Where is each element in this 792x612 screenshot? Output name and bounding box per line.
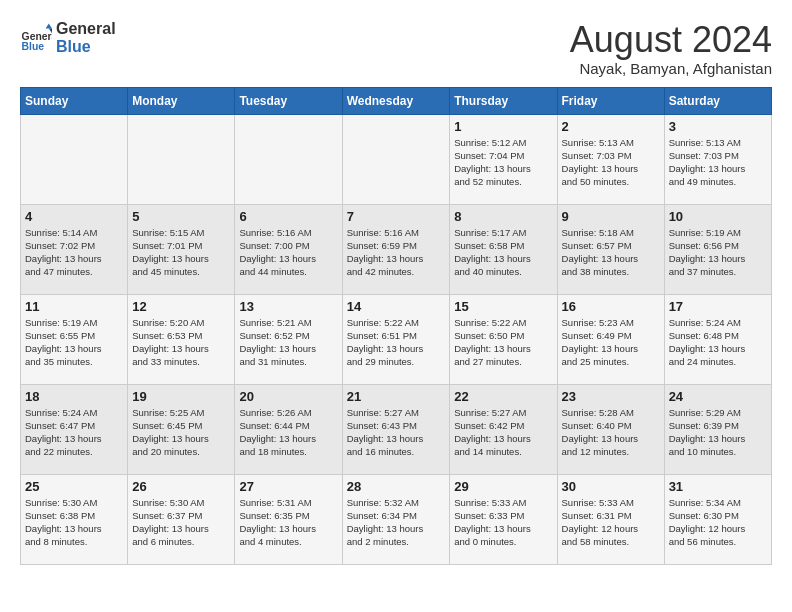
calendar-cell: 24Sunrise: 5:29 AM Sunset: 6:39 PM Dayli… — [664, 384, 771, 474]
day-number: 2 — [562, 119, 660, 134]
week-row-1: 1Sunrise: 5:12 AM Sunset: 7:04 PM Daylig… — [21, 114, 772, 204]
calendar-cell — [235, 114, 342, 204]
day-number: 13 — [239, 299, 337, 314]
day-header-monday: Monday — [128, 87, 235, 114]
calendar-cell: 16Sunrise: 5:23 AM Sunset: 6:49 PM Dayli… — [557, 294, 664, 384]
day-number: 4 — [25, 209, 123, 224]
calendar-cell: 2Sunrise: 5:13 AM Sunset: 7:03 PM Daylig… — [557, 114, 664, 204]
day-info: Sunrise: 5:22 AM Sunset: 6:50 PM Dayligh… — [454, 316, 552, 369]
day-number: 30 — [562, 479, 660, 494]
calendar-cell — [21, 114, 128, 204]
day-number: 16 — [562, 299, 660, 314]
day-info: Sunrise: 5:20 AM Sunset: 6:53 PM Dayligh… — [132, 316, 230, 369]
day-number: 1 — [454, 119, 552, 134]
day-number: 21 — [347, 389, 446, 404]
calendar-cell: 1Sunrise: 5:12 AM Sunset: 7:04 PM Daylig… — [450, 114, 557, 204]
week-row-5: 25Sunrise: 5:30 AM Sunset: 6:38 PM Dayli… — [21, 474, 772, 564]
day-info: Sunrise: 5:21 AM Sunset: 6:52 PM Dayligh… — [239, 316, 337, 369]
day-number: 9 — [562, 209, 660, 224]
day-info: Sunrise: 5:14 AM Sunset: 7:02 PM Dayligh… — [25, 226, 123, 279]
calendar-cell: 7Sunrise: 5:16 AM Sunset: 6:59 PM Daylig… — [342, 204, 450, 294]
logo-blue: Blue — [56, 38, 116, 56]
day-info: Sunrise: 5:29 AM Sunset: 6:39 PM Dayligh… — [669, 406, 767, 459]
logo-general: General — [56, 20, 116, 38]
day-header-sunday: Sunday — [21, 87, 128, 114]
day-number: 17 — [669, 299, 767, 314]
day-info: Sunrise: 5:13 AM Sunset: 7:03 PM Dayligh… — [669, 136, 767, 189]
day-number: 28 — [347, 479, 446, 494]
day-number: 29 — [454, 479, 552, 494]
calendar-cell: 8Sunrise: 5:17 AM Sunset: 6:58 PM Daylig… — [450, 204, 557, 294]
calendar-cell: 19Sunrise: 5:25 AM Sunset: 6:45 PM Dayli… — [128, 384, 235, 474]
day-info: Sunrise: 5:16 AM Sunset: 7:00 PM Dayligh… — [239, 226, 337, 279]
calendar-cell: 13Sunrise: 5:21 AM Sunset: 6:52 PM Dayli… — [235, 294, 342, 384]
day-info: Sunrise: 5:27 AM Sunset: 6:43 PM Dayligh… — [347, 406, 446, 459]
day-info: Sunrise: 5:27 AM Sunset: 6:42 PM Dayligh… — [454, 406, 552, 459]
day-info: Sunrise: 5:23 AM Sunset: 6:49 PM Dayligh… — [562, 316, 660, 369]
calendar-cell: 20Sunrise: 5:26 AM Sunset: 6:44 PM Dayli… — [235, 384, 342, 474]
day-info: Sunrise: 5:33 AM Sunset: 6:31 PM Dayligh… — [562, 496, 660, 549]
calendar-cell: 6Sunrise: 5:16 AM Sunset: 7:00 PM Daylig… — [235, 204, 342, 294]
calendar-cell: 31Sunrise: 5:34 AM Sunset: 6:30 PM Dayli… — [664, 474, 771, 564]
calendar-cell: 23Sunrise: 5:28 AM Sunset: 6:40 PM Dayli… — [557, 384, 664, 474]
calendar-cell: 11Sunrise: 5:19 AM Sunset: 6:55 PM Dayli… — [21, 294, 128, 384]
calendar-cell: 4Sunrise: 5:14 AM Sunset: 7:02 PM Daylig… — [21, 204, 128, 294]
day-number: 6 — [239, 209, 337, 224]
day-number: 18 — [25, 389, 123, 404]
calendar-cell: 10Sunrise: 5:19 AM Sunset: 6:56 PM Dayli… — [664, 204, 771, 294]
day-info: Sunrise: 5:26 AM Sunset: 6:44 PM Dayligh… — [239, 406, 337, 459]
day-number: 20 — [239, 389, 337, 404]
day-number: 31 — [669, 479, 767, 494]
day-info: Sunrise: 5:24 AM Sunset: 6:48 PM Dayligh… — [669, 316, 767, 369]
title-block: August 2024 Nayak, Bamyan, Afghanistan — [570, 20, 772, 77]
day-number: 14 — [347, 299, 446, 314]
day-info: Sunrise: 5:25 AM Sunset: 6:45 PM Dayligh… — [132, 406, 230, 459]
calendar-header-row: SundayMondayTuesdayWednesdayThursdayFrid… — [21, 87, 772, 114]
calendar-cell: 25Sunrise: 5:30 AM Sunset: 6:38 PM Dayli… — [21, 474, 128, 564]
calendar-cell: 30Sunrise: 5:33 AM Sunset: 6:31 PM Dayli… — [557, 474, 664, 564]
calendar-cell: 22Sunrise: 5:27 AM Sunset: 6:42 PM Dayli… — [450, 384, 557, 474]
calendar-table: SundayMondayTuesdayWednesdayThursdayFrid… — [20, 87, 772, 565]
calendar-cell: 28Sunrise: 5:32 AM Sunset: 6:34 PM Dayli… — [342, 474, 450, 564]
logo: General Blue General Blue — [20, 20, 116, 55]
day-info: Sunrise: 5:17 AM Sunset: 6:58 PM Dayligh… — [454, 226, 552, 279]
day-number: 26 — [132, 479, 230, 494]
calendar-cell: 21Sunrise: 5:27 AM Sunset: 6:43 PM Dayli… — [342, 384, 450, 474]
week-row-4: 18Sunrise: 5:24 AM Sunset: 6:47 PM Dayli… — [21, 384, 772, 474]
calendar-cell — [128, 114, 235, 204]
day-info: Sunrise: 5:30 AM Sunset: 6:37 PM Dayligh… — [132, 496, 230, 549]
day-info: Sunrise: 5:32 AM Sunset: 6:34 PM Dayligh… — [347, 496, 446, 549]
day-number: 7 — [347, 209, 446, 224]
day-number: 5 — [132, 209, 230, 224]
day-info: Sunrise: 5:33 AM Sunset: 6:33 PM Dayligh… — [454, 496, 552, 549]
day-number: 11 — [25, 299, 123, 314]
day-info: Sunrise: 5:16 AM Sunset: 6:59 PM Dayligh… — [347, 226, 446, 279]
day-number: 8 — [454, 209, 552, 224]
day-info: Sunrise: 5:30 AM Sunset: 6:38 PM Dayligh… — [25, 496, 123, 549]
day-info: Sunrise: 5:18 AM Sunset: 6:57 PM Dayligh… — [562, 226, 660, 279]
day-number: 10 — [669, 209, 767, 224]
page-header: General Blue General Blue August 2024 Na… — [20, 20, 772, 77]
calendar-cell: 17Sunrise: 5:24 AM Sunset: 6:48 PM Dayli… — [664, 294, 771, 384]
calendar-cell: 26Sunrise: 5:30 AM Sunset: 6:37 PM Dayli… — [128, 474, 235, 564]
calendar-cell: 18Sunrise: 5:24 AM Sunset: 6:47 PM Dayli… — [21, 384, 128, 474]
day-info: Sunrise: 5:34 AM Sunset: 6:30 PM Dayligh… — [669, 496, 767, 549]
calendar-cell: 12Sunrise: 5:20 AM Sunset: 6:53 PM Dayli… — [128, 294, 235, 384]
day-info: Sunrise: 5:22 AM Sunset: 6:51 PM Dayligh… — [347, 316, 446, 369]
logo-icon: General Blue — [20, 22, 52, 54]
day-info: Sunrise: 5:24 AM Sunset: 6:47 PM Dayligh… — [25, 406, 123, 459]
day-number: 27 — [239, 479, 337, 494]
subtitle: Nayak, Bamyan, Afghanistan — [570, 60, 772, 77]
day-number: 25 — [25, 479, 123, 494]
day-info: Sunrise: 5:13 AM Sunset: 7:03 PM Dayligh… — [562, 136, 660, 189]
svg-text:Blue: Blue — [22, 41, 45, 52]
day-header-thursday: Thursday — [450, 87, 557, 114]
calendar-cell — [342, 114, 450, 204]
calendar-cell: 3Sunrise: 5:13 AM Sunset: 7:03 PM Daylig… — [664, 114, 771, 204]
week-row-2: 4Sunrise: 5:14 AM Sunset: 7:02 PM Daylig… — [21, 204, 772, 294]
day-info: Sunrise: 5:28 AM Sunset: 6:40 PM Dayligh… — [562, 406, 660, 459]
svg-marker-2 — [46, 23, 52, 28]
day-info: Sunrise: 5:19 AM Sunset: 6:56 PM Dayligh… — [669, 226, 767, 279]
calendar-body: 1Sunrise: 5:12 AM Sunset: 7:04 PM Daylig… — [21, 114, 772, 564]
day-header-tuesday: Tuesday — [235, 87, 342, 114]
